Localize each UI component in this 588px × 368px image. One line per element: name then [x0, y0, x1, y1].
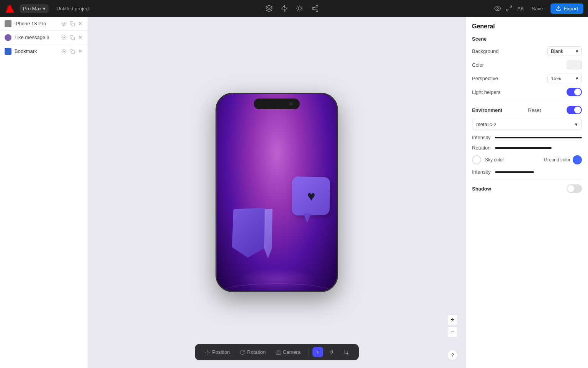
rotation-slider[interactable]: [495, 147, 582, 149]
layer-actions-like: ✕: [60, 34, 83, 41]
background-select[interactable]: Blank ▾: [547, 46, 582, 56]
layer-duplicate-iphone[interactable]: [69, 20, 76, 27]
bottom-toolbar: Position Rotation Camera + ↺: [195, 344, 359, 360]
adobe-logo-icon[interactable]: [5, 3, 15, 14]
position-icon: [205, 350, 210, 355]
3d-box-icon[interactable]: [265, 5, 273, 12]
panel-light-helpers-label: Light helpers: [472, 89, 500, 95]
layer-visibility-like[interactable]: [60, 34, 67, 41]
shadow-toggle[interactable]: [567, 184, 582, 193]
eye-icon[interactable]: [494, 5, 501, 12]
lightning-icon[interactable]: [281, 5, 288, 12]
layer-close-like[interactable]: ✕: [77, 34, 83, 41]
export-icon: [556, 6, 561, 11]
save-button[interactable]: Save: [529, 4, 546, 13]
intensity-slider[interactable]: [495, 137, 582, 138]
float-heart-icon: ♥: [292, 177, 338, 227]
device-selector[interactable]: Pro Max ▾: [20, 4, 49, 13]
user-initials: AK: [517, 6, 524, 12]
panel-intensity-row: Intensity: [472, 135, 582, 140]
topbar-right: AK Save Export: [494, 3, 583, 14]
layer-duplicate-bookmark[interactable]: [69, 48, 76, 55]
environment-reset-button[interactable]: Reset: [528, 107, 541, 113]
zoom-controls: + −: [447, 314, 458, 337]
svg-point-3: [316, 5, 318, 7]
svg-point-5: [316, 10, 318, 12]
environment-toggle[interactable]: [567, 106, 582, 114]
zoom-in-button[interactable]: +: [447, 314, 458, 325]
perspective-select[interactable]: 15% ▾: [547, 74, 582, 83]
panel-shadow-row: Shadow: [472, 184, 582, 193]
color-swatch-input[interactable]: [567, 61, 582, 69]
layer-actions-iphone: ✕: [60, 20, 83, 27]
svg-line-8: [507, 9, 509, 11]
svg-rect-11: [72, 23, 75, 26]
layer-name-iphone: iPhone 13 Pro: [15, 21, 57, 26]
float-bookmark-icon: [231, 208, 281, 265]
svg-rect-15: [72, 51, 75, 54]
position-button[interactable]: Position: [201, 347, 234, 357]
zoom-out-button[interactable]: −: [447, 327, 458, 337]
panel-scene-label: Scene: [472, 36, 582, 42]
canvas[interactable]: ♥ Position Rotation Camera: [88, 17, 466, 368]
svg-point-16: [207, 352, 208, 353]
sky-color-swatch[interactable]: [472, 155, 481, 164]
bookmark-3d-shape: [232, 207, 277, 263]
layer-icon-phone: [5, 20, 11, 27]
environment-preset-select[interactable]: metalic-2 ▾: [472, 119, 582, 130]
panel-shadow-label: Shadow: [472, 186, 491, 192]
panel-rotation-row: Rotation: [472, 145, 582, 151]
reset-view-button[interactable]: ↺: [325, 347, 337, 357]
chevron-down-icon: ▾: [576, 76, 578, 81]
camera-button[interactable]: Camera: [272, 347, 304, 357]
light-helpers-toggle[interactable]: [567, 88, 582, 96]
ground-color-swatch[interactable]: [573, 155, 582, 164]
panel-perspective-row: Perspective 15% ▾: [472, 74, 582, 83]
layer-name-bookmark: Bookmark: [15, 48, 57, 54]
panel-perspective-label: Perspective: [472, 76, 498, 81]
expand-icon[interactable]: [506, 5, 513, 12]
svg-point-4: [312, 8, 314, 10]
heart-card-body: ♥: [292, 176, 330, 216]
panel-light-helpers-row: Light helpers: [472, 88, 582, 96]
svg-point-6: [497, 8, 499, 10]
layer-icon-like: [5, 34, 11, 41]
heart-icon: ♥: [307, 188, 315, 204]
share-icon[interactable]: [311, 5, 319, 12]
svg-point-14: [63, 51, 65, 52]
svg-point-2: [298, 7, 301, 10]
canvas-content: ♥: [88, 17, 466, 368]
phone-notch-camera: [289, 102, 293, 106]
layer-visibility-bookmark[interactable]: [60, 48, 67, 55]
ground-intensity-slider[interactable]: [495, 171, 582, 173]
layer-actions-bookmark: ✕: [60, 48, 83, 55]
layer-item-iphone[interactable]: iPhone 13 Pro ✕: [0, 17, 88, 31]
topbar-center-icons: [94, 5, 490, 12]
sky-color-group: Sky color: [472, 155, 504, 164]
intensity-track: [495, 137, 582, 138]
rotation-button[interactable]: Rotation: [236, 347, 269, 357]
layer-close-bookmark[interactable]: ✕: [77, 48, 83, 55]
toolbar-separator: [308, 348, 309, 356]
sun-icon[interactable]: [296, 5, 304, 12]
panel-ground-intensity-row: Intensity: [472, 169, 582, 175]
svg-rect-13: [72, 37, 75, 40]
sky-color-label: Sky color: [485, 157, 504, 163]
panel-divider-1: [472, 101, 582, 101]
ground-color-label: Ground color: [544, 157, 570, 163]
environment-label: Environment: [472, 107, 502, 113]
add-button[interactable]: +: [312, 347, 323, 357]
panel-rotation-label: Rotation: [472, 145, 490, 151]
phone-mockup: ♥: [208, 93, 346, 292]
layer-duplicate-like[interactable]: [69, 34, 76, 41]
layer-close-iphone[interactable]: ✕: [77, 20, 83, 27]
chevron-down-icon: ▾: [43, 6, 46, 12]
layer-item-bookmark[interactable]: Bookmark ✕: [0, 44, 88, 58]
layer-visibility-iphone[interactable]: [60, 20, 67, 27]
panel-general: General Scene Background Blank ▾ Color P…: [466, 17, 588, 199]
crop-button[interactable]: [340, 347, 353, 357]
help-button[interactable]: ?: [447, 350, 458, 360]
panel-colors-row: Sky color Ground color: [472, 155, 582, 164]
layer-item-like[interactable]: Like message 3 ✕: [0, 31, 88, 44]
export-button[interactable]: Export: [550, 3, 583, 14]
